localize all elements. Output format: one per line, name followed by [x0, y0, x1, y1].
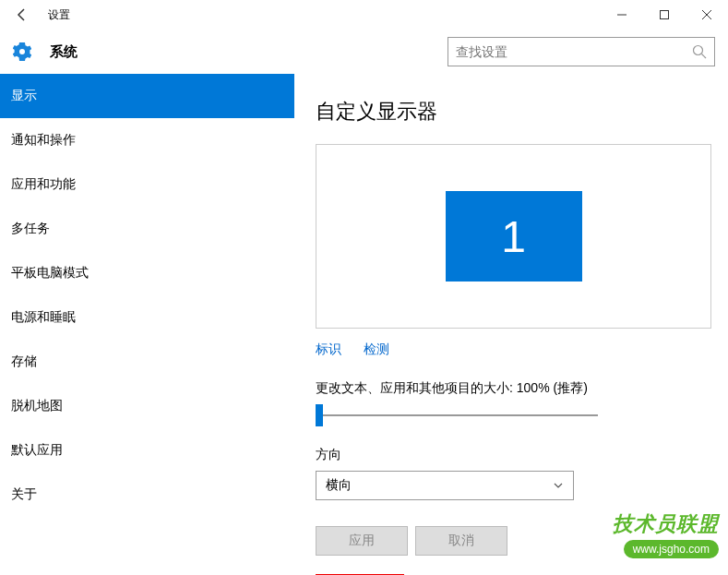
sidebar-item-default-apps[interactable]: 默认应用: [0, 428, 294, 473]
gear-icon: [13, 42, 31, 61]
window-title: 设置: [48, 7, 70, 23]
orientation-value: 横向: [326, 477, 352, 494]
sidebar: 显示 通知和操作 应用和功能 多任务 平板电脑模式 电源和睡眠 存储 脱机地图 …: [0, 74, 295, 575]
sidebar-item-label: 关于: [11, 486, 37, 503]
header-title: 系统: [50, 43, 78, 61]
watermark-title: 技术员联盟: [613, 510, 719, 538]
sidebar-item-label: 平板电脑模式: [11, 265, 89, 282]
close-button[interactable]: [686, 0, 728, 30]
search-input[interactable]: [456, 44, 692, 59]
watermark: 技术员联盟 www.jsgho.com: [613, 510, 719, 558]
sidebar-item-display[interactable]: 显示: [0, 74, 294, 118]
cancel-label: 取消: [448, 533, 474, 549]
apply-label: 应用: [349, 533, 375, 549]
sidebar-item-label: 通知和操作: [11, 132, 76, 149]
orientation-label: 方向: [316, 447, 711, 463]
sidebar-item-label: 电源和睡眠: [11, 309, 76, 326]
sidebar-item-label: 应用和功能: [11, 176, 76, 193]
display-arrangement[interactable]: 1: [316, 144, 711, 329]
sidebar-item-label: 默认应用: [11, 442, 63, 459]
svg-line-6: [702, 54, 707, 59]
search-box[interactable]: [448, 37, 715, 66]
sidebar-item-label: 存储: [11, 353, 37, 370]
cancel-button[interactable]: 取消: [415, 526, 507, 556]
scale-slider[interactable]: [316, 404, 598, 426]
scale-label: 更改文本、应用和其他项目的大小: 100% (推荐): [316, 380, 711, 397]
monitor-tile[interactable]: 1: [446, 191, 582, 282]
sidebar-item-label: 多任务: [11, 221, 50, 237]
svg-rect-1: [661, 11, 669, 19]
apply-button[interactable]: 应用: [316, 526, 408, 556]
maximize-button[interactable]: [643, 0, 686, 30]
sidebar-item-about[interactable]: 关于: [0, 473, 294, 517]
watermark-url: www.jsgho.com: [624, 540, 719, 558]
slider-thumb[interactable]: [316, 404, 323, 426]
minimize-button[interactable]: [601, 0, 643, 30]
search-icon: [692, 44, 707, 59]
slider-track: [316, 414, 598, 416]
monitor-number: 1: [501, 211, 526, 262]
sidebar-item-power[interactable]: 电源和睡眠: [0, 295, 294, 340]
identify-link[interactable]: 标识: [316, 341, 341, 358]
svg-point-5: [694, 46, 703, 55]
back-button[interactable]: [7, 0, 37, 30]
sidebar-item-apps[interactable]: 应用和功能: [0, 162, 294, 207]
svg-point-4: [19, 49, 25, 54]
sidebar-item-maps[interactable]: 脱机地图: [0, 384, 294, 428]
sidebar-item-notifications[interactable]: 通知和操作: [0, 118, 294, 162]
detect-link[interactable]: 检测: [364, 341, 389, 358]
sidebar-item-label: 脱机地图: [11, 398, 63, 414]
sidebar-item-multitask[interactable]: 多任务: [0, 207, 294, 251]
sidebar-item-tablet[interactable]: 平板电脑模式: [0, 251, 294, 295]
orientation-select[interactable]: 横向: [316, 471, 574, 500]
page-title: 自定义显示器: [316, 98, 711, 126]
chevron-down-icon: [553, 480, 564, 491]
sidebar-item-storage[interactable]: 存储: [0, 340, 294, 384]
sidebar-item-label: 显示: [11, 88, 37, 104]
